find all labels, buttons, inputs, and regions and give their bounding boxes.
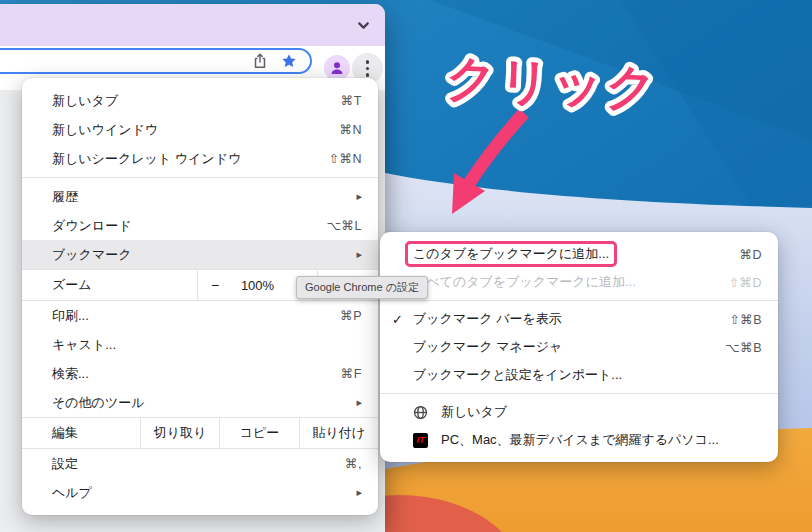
it-media-favicon: IT bbox=[413, 433, 428, 448]
submenu-item-label: ブックマークと設定をインポート... bbox=[413, 366, 622, 384]
cut-button[interactable]: 切り取り bbox=[140, 418, 219, 448]
checkmark-icon: ✓ bbox=[392, 312, 403, 327]
kebab-menu-icon bbox=[366, 60, 370, 77]
globe-icon bbox=[413, 405, 428, 420]
copy-button[interactable]: コピー bbox=[219, 418, 298, 448]
menu-item-label: ダウンロード bbox=[52, 217, 132, 235]
menu-item-label: 検索... bbox=[52, 365, 89, 383]
menu-item-shortcut: ⌥⌘L bbox=[327, 218, 362, 233]
menu-item-label: 履歴 bbox=[52, 188, 78, 206]
menu-item-print[interactable]: 印刷... ⌘P bbox=[22, 301, 378, 330]
menu-item-new-window[interactable]: 新しいウインドウ ⌘N bbox=[22, 115, 378, 144]
menu-item-shortcut: ⌘P bbox=[340, 308, 362, 323]
zoom-level-value: 100% bbox=[241, 278, 274, 293]
menu-item-find[interactable]: 検索... ⌘F bbox=[22, 359, 378, 388]
bookmarks-submenu: このタブをブックマークに追加... ⌘D すべてのタブをブックマークに追加...… bbox=[380, 232, 778, 462]
edit-label: 編集 bbox=[22, 418, 140, 448]
menu-item-downloads[interactable]: ダウンロード ⌥⌘L bbox=[22, 211, 378, 240]
submenu-item-label: すべてのタブをブックマークに追加... bbox=[413, 273, 636, 291]
zoom-out-button[interactable]: − bbox=[211, 277, 219, 293]
menu-item-label: 印刷... bbox=[52, 307, 89, 325]
settings-tooltip: Google Chrome の設定 bbox=[296, 276, 428, 299]
paste-button[interactable]: 貼り付け bbox=[299, 418, 378, 448]
submenu-item-shortcut: ⌘D bbox=[739, 247, 762, 262]
menu-item-label: その他のツール bbox=[52, 394, 145, 412]
screenshot-root: 新しいタブ ⌘T 新しいウインドウ ⌘N 新しいシークレット ウインドウ ⇧⌘N… bbox=[0, 0, 812, 532]
menu-item-label: 新しいウインドウ bbox=[52, 121, 158, 139]
menu-item-label: 新しいタブ bbox=[52, 92, 118, 110]
menu-item-shortcut: ⇧⌘N bbox=[328, 151, 362, 166]
menu-item-cast[interactable]: キャスト... bbox=[22, 330, 378, 359]
zoom-label: ズーム bbox=[22, 270, 197, 300]
submenu-item-shortcut: ⌥⌘B bbox=[725, 340, 762, 355]
chevron-down-icon[interactable] bbox=[355, 17, 372, 34]
annotation-highlight-box: このタブをブックマークに追加... bbox=[405, 241, 617, 267]
menu-item-more-tools[interactable]: その他のツール ▸ bbox=[22, 388, 378, 417]
menu-separator bbox=[380, 393, 778, 394]
menu-item-shortcut: ⌘N bbox=[339, 122, 362, 137]
submenu-arrow-icon: ▸ bbox=[356, 248, 362, 261]
address-bar[interactable] bbox=[0, 48, 312, 74]
menu-item-shortcut: ⌘T bbox=[341, 93, 362, 108]
submenu-item-recent-bookmark-pc-mac[interactable]: IT PC、Mac、最新デバイスまで網羅するパソコ... bbox=[380, 426, 778, 454]
menu-item-label: キャスト... bbox=[52, 336, 116, 354]
submenu-arrow-icon: ▸ bbox=[356, 396, 362, 409]
submenu-item-bookmark-manager[interactable]: ブックマーク マネージャ ⌥⌘B bbox=[380, 333, 778, 361]
submenu-item-import-bookmarks[interactable]: ブックマークと設定をインポート... bbox=[380, 361, 778, 389]
submenu-item-bookmark-this-tab[interactable]: このタブをブックマークに追加... ⌘D bbox=[380, 240, 778, 268]
submenu-item-shortcut: ⇧⌘B bbox=[729, 312, 762, 327]
submenu-item-label: 新しいタブ bbox=[441, 403, 507, 421]
menu-item-bookmarks[interactable]: ブックマーク ▸ bbox=[22, 240, 378, 269]
menu-item-settings[interactable]: 設定 ⌘, bbox=[22, 449, 378, 478]
menu-item-history[interactable]: 履歴 ▸ bbox=[22, 182, 378, 211]
menu-separator bbox=[380, 300, 778, 301]
avatar-person-icon bbox=[329, 60, 345, 76]
menu-item-label: 新しいシークレット ウインドウ bbox=[52, 150, 241, 168]
menu-item-new-incognito-window[interactable]: 新しいシークレット ウインドウ ⇧⌘N bbox=[22, 144, 378, 173]
submenu-item-recent-new-tab[interactable]: 新しいタブ bbox=[380, 398, 778, 426]
submenu-arrow-icon: ▸ bbox=[356, 190, 362, 203]
menu-separator bbox=[22, 177, 378, 178]
submenu-item-label: ブックマーク バーを表示 bbox=[413, 310, 562, 328]
menu-item-new-tab[interactable]: 新しいタブ ⌘T bbox=[22, 86, 378, 115]
menu-item-help[interactable]: ヘルプ ▸ bbox=[22, 478, 378, 507]
menu-item-label: ヘルプ bbox=[52, 484, 92, 502]
submenu-arrow-icon: ▸ bbox=[356, 486, 362, 499]
menu-item-shortcut: ⌘F bbox=[341, 366, 362, 381]
submenu-item-show-bookmarks-bar[interactable]: ✓ ブックマーク バーを表示 ⇧⌘B bbox=[380, 305, 778, 333]
bookmark-star-icon[interactable] bbox=[281, 53, 297, 69]
tab-strip bbox=[0, 4, 385, 46]
submenu-item-label: PC、Mac、最新デバイスまで網羅するパソコ... bbox=[441, 431, 719, 449]
share-icon[interactable] bbox=[252, 53, 268, 69]
submenu-item-shortcut: ⇧⌘D bbox=[728, 275, 762, 290]
submenu-item-label: ブックマーク マネージャ bbox=[413, 338, 562, 356]
submenu-item-bookmark-all-tabs: すべてのタブをブックマークに追加... ⇧⌘D bbox=[380, 268, 778, 296]
menu-item-shortcut: ⌘, bbox=[345, 456, 362, 471]
menu-item-edit-row: 編集 切り取り コピー 貼り付け bbox=[22, 417, 378, 449]
menu-item-label: ブックマーク bbox=[52, 246, 132, 264]
submenu-item-label: このタブをブックマークに追加... bbox=[413, 246, 609, 261]
menu-item-label: 設定 bbox=[52, 455, 78, 473]
